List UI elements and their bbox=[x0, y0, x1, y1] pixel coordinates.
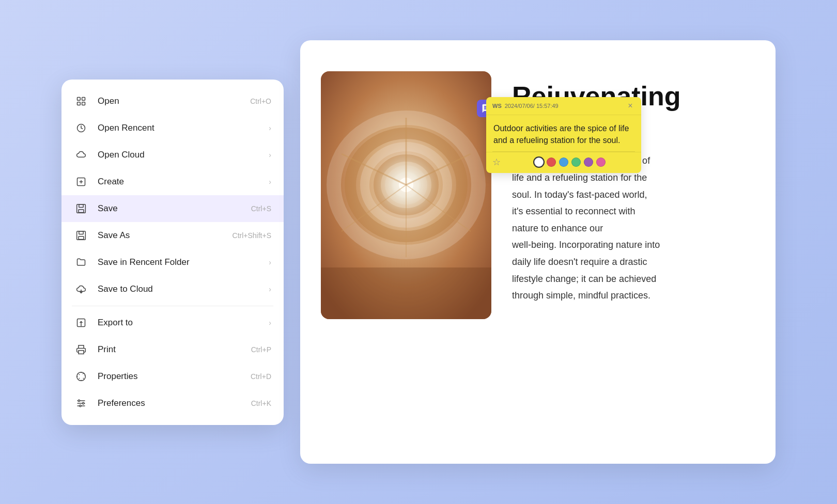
save-icon bbox=[74, 201, 88, 216]
menu-item-save-label: Save bbox=[98, 203, 251, 214]
color-dot-purple[interactable] bbox=[584, 158, 593, 167]
properties-icon bbox=[74, 369, 88, 384]
menu-item-save-as-label: Save As bbox=[98, 230, 233, 241]
menu-item-save-recent-folder-chevron: › bbox=[269, 258, 271, 266]
color-dot-green[interactable] bbox=[571, 158, 581, 167]
menu-item-print[interactable]: PrintCtrl+P bbox=[61, 336, 284, 363]
menu-item-export-to-chevron: › bbox=[269, 319, 271, 327]
print-icon bbox=[74, 342, 88, 357]
color-dot-red[interactable] bbox=[547, 158, 556, 167]
menu-item-open[interactable]: OpenCtrl+O bbox=[61, 88, 284, 115]
menu-item-properties-label: Properties bbox=[98, 371, 251, 382]
doc-body-line: it's essential to reconnect with bbox=[512, 203, 745, 219]
menu-item-create-chevron: › bbox=[269, 178, 271, 186]
color-picker bbox=[505, 158, 635, 167]
image-wrapper bbox=[321, 71, 491, 433]
menu-item-save-shortcut: Ctrl+S bbox=[251, 204, 271, 213]
svg-point-20 bbox=[78, 400, 80, 401]
svg-rect-2 bbox=[82, 102, 85, 105]
sticky-star-icon[interactable]: ☆ bbox=[492, 156, 501, 168]
menu-item-print-label: Print bbox=[98, 344, 251, 355]
sticky-header: WS2024/07/06/ 15:57:49 × bbox=[486, 97, 641, 115]
menu-item-open-cloud-label: Open Cloud bbox=[98, 150, 269, 160]
open-icon bbox=[74, 94, 88, 108]
sticky-timestamp: 2024/07/06/ 15:57:49 bbox=[505, 103, 559, 109]
save-to-cloud-icon bbox=[74, 282, 88, 296]
save-recent-folder-icon bbox=[74, 255, 88, 270]
doc-body: Outdoor activities are the spice oflife … bbox=[512, 153, 745, 303]
menu-item-save-recent-folder-label: Save in Rencent Folder bbox=[98, 257, 269, 267]
menu-item-open-recent[interactable]: Open Rencent› bbox=[61, 115, 284, 141]
divider-after-save-to-cloud bbox=[72, 306, 273, 306]
menu-item-create[interactable]: Create› bbox=[61, 168, 284, 195]
save-as-icon bbox=[74, 228, 88, 243]
doc-image bbox=[321, 71, 491, 319]
open-recent-icon bbox=[74, 121, 88, 135]
scene: OpenCtrl+OOpen Rencent›Open Cloud›Create… bbox=[61, 40, 776, 464]
svg-rect-1 bbox=[82, 97, 85, 100]
sticky-close-button[interactable]: × bbox=[626, 101, 635, 111]
doc-body-line: nature to enhance our bbox=[512, 220, 745, 237]
svg-rect-16 bbox=[79, 350, 84, 354]
sticky-footer: ☆ bbox=[486, 152, 641, 173]
file-menu: OpenCtrl+OOpen Rencent›Open Cloud›Create… bbox=[61, 80, 284, 425]
svg-rect-0 bbox=[78, 97, 81, 100]
export-to-icon bbox=[74, 316, 88, 330]
menu-item-create-label: Create bbox=[98, 177, 269, 187]
menu-item-save-as-shortcut: Ctrl+Shift+S bbox=[233, 231, 271, 240]
sticky-note: WS2024/07/06/ 15:57:49 × Outdoor activit… bbox=[486, 97, 641, 173]
svg-rect-9 bbox=[79, 204, 83, 207]
svg-rect-8 bbox=[77, 204, 86, 213]
close-icon: × bbox=[628, 101, 632, 111]
doc-panel: WS2024/07/06/ 15:57:49 × Outdoor activit… bbox=[300, 40, 776, 464]
menu-item-open-cloud-chevron: › bbox=[269, 151, 271, 159]
menu-item-open-shortcut: Ctrl+O bbox=[250, 97, 271, 105]
svg-point-21 bbox=[83, 402, 84, 404]
sticky-author: WS bbox=[492, 103, 502, 109]
menu-item-save-to-cloud-chevron: › bbox=[269, 285, 271, 293]
menu-item-save-as[interactable]: Save AsCtrl+Shift+S bbox=[61, 222, 284, 249]
color-dot-white[interactable] bbox=[534, 158, 544, 167]
menu-item-open-recent-chevron: › bbox=[269, 124, 271, 132]
menu-item-open-cloud[interactable]: Open Cloud› bbox=[61, 141, 284, 168]
svg-rect-13 bbox=[79, 236, 84, 239]
menu-item-save[interactable]: SaveCtrl+S bbox=[61, 195, 284, 222]
open-cloud-icon bbox=[74, 148, 88, 162]
menu-item-preferences[interactable]: PreferencesCtrl+K bbox=[61, 390, 284, 417]
sticky-meta: WS2024/07/06/ 15:57:49 bbox=[492, 103, 626, 109]
doc-body-line: lifestyle change; it can be achieved bbox=[512, 271, 745, 287]
sticky-body: Outdoor activities are the spice of life… bbox=[486, 115, 641, 151]
spiral-svg bbox=[321, 71, 491, 319]
menu-item-save-to-cloud[interactable]: Save to Cloud› bbox=[61, 276, 284, 303]
doc-body-line: well-being. Incorporating nature into bbox=[512, 237, 745, 253]
menu-item-properties-shortcut: Ctrl+D bbox=[251, 372, 271, 381]
svg-point-22 bbox=[80, 405, 81, 406]
menu-item-preferences-label: Preferences bbox=[98, 398, 251, 408]
preferences-icon bbox=[74, 396, 88, 411]
doc-body-line: daily life doesn't require a drastic bbox=[512, 254, 745, 270]
color-dot-pink[interactable] bbox=[596, 158, 606, 167]
menu-item-export-to-label: Export to bbox=[98, 318, 269, 328]
color-dot-blue[interactable] bbox=[559, 158, 568, 167]
menu-item-print-shortcut: Ctrl+P bbox=[251, 345, 271, 354]
svg-rect-38 bbox=[321, 267, 491, 319]
doc-body-line: soul. In today's fast-paced world, bbox=[512, 187, 745, 203]
svg-rect-10 bbox=[79, 209, 84, 212]
svg-rect-3 bbox=[78, 102, 81, 105]
menu-item-export-to[interactable]: Export to› bbox=[61, 309, 284, 336]
doc-body-line: through simple, mindful practices. bbox=[512, 288, 745, 304]
menu-item-open-recent-label: Open Rencent bbox=[98, 123, 269, 133]
svg-rect-11 bbox=[77, 231, 86, 240]
menu-item-preferences-shortcut: Ctrl+K bbox=[251, 399, 271, 407]
menu-item-open-label: Open bbox=[98, 96, 250, 106]
create-icon bbox=[74, 175, 88, 189]
menu-item-save-recent-folder[interactable]: Save in Rencent Folder› bbox=[61, 249, 284, 276]
menu-item-save-to-cloud-label: Save to Cloud bbox=[98, 284, 269, 294]
menu-item-properties[interactable]: PropertiesCtrl+D bbox=[61, 363, 284, 390]
svg-rect-12 bbox=[79, 231, 83, 234]
